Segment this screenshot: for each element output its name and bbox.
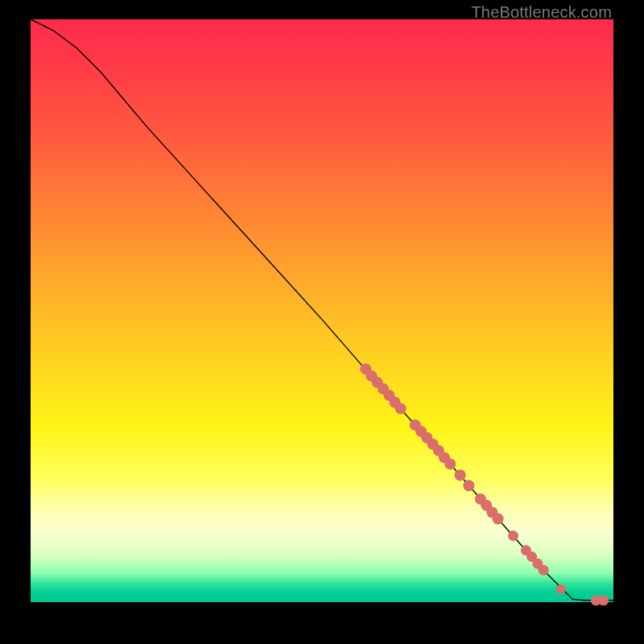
- data-marker: [455, 469, 466, 481]
- data-marker: [493, 514, 504, 525]
- data-markers: [360, 363, 609, 605]
- data-marker: [463, 480, 474, 491]
- data-marker: [598, 595, 609, 605]
- data-marker: [539, 565, 549, 576]
- data-marker: [395, 403, 407, 415]
- curve-line: [31, 19, 613, 601]
- chart-area: [31, 19, 613, 602]
- data-marker: [508, 530, 518, 541]
- chart-svg: [31, 19, 613, 602]
- data-marker: [444, 458, 456, 469]
- data-marker: [556, 584, 566, 594]
